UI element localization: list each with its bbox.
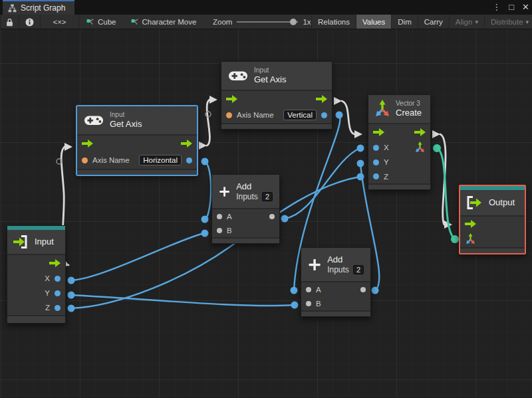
info-icon [25, 18, 34, 27]
node-graph-input[interactable]: Input X Y Z [7, 225, 66, 324]
dim-button[interactable]: Dim [391, 15, 417, 29]
port-label: Y [45, 289, 50, 297]
flow-in-port[interactable] [465, 220, 476, 228]
axis-name-field[interactable]: Vertical [283, 110, 317, 120]
wire-getaxis-horizontal-to-add1-a[interactable] [205, 161, 211, 219]
window-maximize-button[interactable]: □ [509, 0, 514, 15]
value-in-port[interactable] [306, 301, 311, 306]
node-add-1[interactable]: Add Inputs 2 A B [211, 174, 280, 244]
connection-dot[interactable] [281, 215, 289, 223]
inputs-count-field[interactable]: 2 [262, 192, 273, 201]
connection-dot[interactable] [68, 277, 75, 284]
string-port[interactable] [82, 157, 88, 163]
node-title: Add [236, 181, 273, 192]
connection-dot[interactable] [68, 305, 75, 312]
distribute-dropdown[interactable]: Distribute ▾ [484, 15, 532, 29]
vector3-in-port[interactable] [465, 233, 476, 245]
flow-out-port[interactable] [414, 128, 426, 136]
connection-dot[interactable] [433, 144, 441, 152]
relations-button[interactable]: Relations [311, 15, 356, 29]
flow-in-port[interactable] [373, 128, 384, 136]
node-header[interactable]: Output [460, 190, 525, 217]
breadcrumb-cube[interactable]: Cube [86, 18, 116, 26]
connection-dot[interactable] [357, 145, 364, 152]
value-out-port[interactable] [186, 157, 192, 163]
toolbar-left-group: <×> [0, 15, 79, 29]
wire-flow-getaxis-horizontal-to-vertical[interactable] [207, 100, 209, 146]
node-header[interactable]: Add Inputs 2 [212, 175, 279, 209]
node-vector3-create[interactable]: Vector 3 Create X Y Z [368, 94, 431, 190]
vector3-out-port[interactable] [414, 142, 426, 153]
node-title: Output [489, 197, 515, 208]
port-label: Z [45, 304, 50, 312]
window-close-button[interactable]: ✕ [522, 0, 529, 15]
value-in-port[interactable] [373, 159, 379, 165]
connection-dot[interactable] [201, 216, 209, 223]
flow-out-port[interactable] [181, 140, 192, 148]
string-port[interactable] [226, 112, 232, 118]
value-in-port[interactable] [373, 145, 379, 151]
lock-button[interactable] [1, 15, 19, 29]
connection-dot[interactable] [201, 230, 209, 237]
wire-flow-getaxis-vertical-to-vector3[interactable] [342, 101, 354, 134]
node-kind: Input [254, 66, 286, 75]
value-out-port[interactable] [55, 305, 61, 311]
code-view-button[interactable]: <×> [41, 15, 79, 29]
node-add-2[interactable]: Add Inputs 2 A B [301, 247, 371, 317]
node-header[interactable]: Input [7, 230, 65, 255]
connection-dot[interactable] [201, 158, 209, 165]
value-out-port[interactable] [55, 276, 61, 282]
wire-add1-to-vector3-x[interactable] [285, 148, 360, 219]
window-menu-button[interactable]: ⋮ [492, 0, 501, 15]
flow-out-port[interactable] [49, 259, 61, 267]
flow-in-port[interactable] [82, 140, 93, 148]
zoom-control: Zoom 1x [213, 15, 311, 29]
value-out-port[interactable] [321, 112, 327, 118]
node-footer [212, 237, 279, 243]
value-in-port[interactable] [373, 173, 379, 179]
node-header[interactable]: Input Get Axis [77, 106, 197, 136]
value-in-port[interactable] [217, 214, 222, 219]
hierarchy-icon [8, 4, 17, 13]
node-graph-output[interactable]: Output [459, 185, 526, 254]
connection-dot[interactable] [68, 292, 75, 299]
connection-dot[interactable] [451, 235, 459, 243]
node-get-axis-vertical[interactable]: Input Get Axis Axis Name Vertical [221, 61, 332, 130]
connection-dot[interactable] [291, 287, 298, 294]
values-button[interactable]: Values [356, 15, 391, 29]
value-out-port[interactable] [55, 290, 61, 296]
tab-title: Script Graph [21, 3, 65, 13]
inputs-label: Inputs [236, 192, 258, 201]
view-options-group: Relations Values Dim Carry Align ▾ Distr… [311, 15, 532, 29]
tab-script-graph[interactable]: Script Graph [3, 0, 74, 15]
value-out-port[interactable] [360, 287, 366, 292]
port-label: Y [384, 158, 389, 166]
zoom-label: Zoom [213, 18, 232, 26]
graph-canvas[interactable]: Input Get Axis Axis Name Vertical [0, 29, 532, 398]
flow-in-port[interactable] [226, 95, 237, 103]
node-header[interactable]: Add Inputs 2 [301, 248, 370, 282]
lock-icon [6, 18, 13, 27]
node-header[interactable]: Input Get Axis [221, 62, 332, 91]
value-out-port[interactable] [269, 214, 275, 219]
node-get-axis-horizontal[interactable]: Input Get Axis Axis Name Horizontal [76, 106, 198, 175]
connection-dot[interactable] [357, 160, 364, 167]
node-header[interactable]: Vector 3 Create [368, 95, 430, 124]
zoom-slider-handle[interactable] [290, 19, 297, 25]
connection-dot[interactable] [336, 112, 343, 119]
inputs-count-field[interactable]: 2 [353, 265, 364, 274]
window-controls: ⋮ □ ✕ [492, 0, 529, 15]
info-button[interactable] [19, 15, 41, 29]
align-dropdown[interactable]: Align ▾ [449, 15, 484, 29]
carry-button[interactable]: Carry [418, 15, 449, 29]
value-in-port[interactable] [217, 228, 222, 233]
flow-out-port[interactable] [316, 95, 327, 103]
node-footer [7, 315, 65, 323]
value-in-port[interactable] [306, 287, 311, 292]
breadcrumb-character-move[interactable]: Character Move [131, 18, 197, 26]
axis-name-field[interactable]: Horizontal [139, 155, 182, 165]
connection-dot[interactable] [291, 302, 299, 309]
connection-dot[interactable] [357, 173, 364, 181]
zoom-slider[interactable] [237, 19, 298, 25]
connection-dot[interactable] [372, 287, 379, 294]
